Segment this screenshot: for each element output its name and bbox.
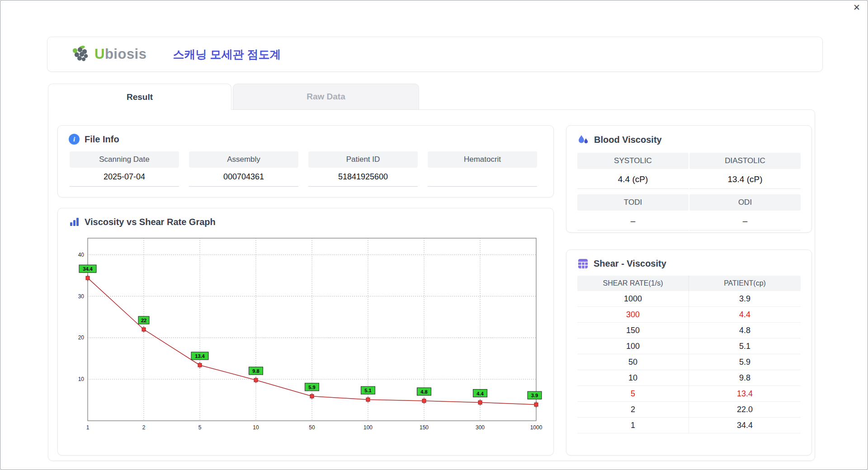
- field-label: Scanning Date: [70, 151, 179, 168]
- info-icon: i: [69, 134, 80, 145]
- shear-cell: 150: [577, 323, 689, 338]
- patient-cell: 13.4: [689, 386, 801, 401]
- bar-chart-icon: [69, 216, 80, 227]
- svg-text:9.8: 9.8: [252, 368, 259, 374]
- col-patient: PATIENT(cp): [689, 276, 801, 291]
- blood-viscosity-card: Blood Viscosity SYSTOLIC DIASTOLIC 4.4 (…: [566, 125, 812, 233]
- table-row: 2 22.0: [577, 402, 801, 418]
- field-label: Assembly: [189, 151, 298, 168]
- svg-text:3.9: 3.9: [531, 393, 538, 398]
- field-scanning-date: Scanning Date 2025-07-04: [70, 151, 179, 187]
- shear-viscosity-card: Shear - Viscosity SHEAR RATE(1/s) PATIEN…: [566, 249, 812, 456]
- patient-cell: 5.9: [689, 354, 801, 370]
- patient-cell: 5.1: [689, 338, 801, 354]
- field-patient-id: Patient ID 51841925600: [308, 151, 418, 187]
- grape-cluster-icon: [70, 45, 91, 63]
- field-hematocrit: Hematocrit: [428, 151, 537, 187]
- table-row: 50 5.9: [577, 354, 801, 370]
- svg-text:1000: 1000: [530, 424, 542, 431]
- svg-text:100: 100: [363, 424, 373, 431]
- field-value: 51841925600: [308, 168, 418, 187]
- diastolic-value: 13.4 (cP): [689, 170, 801, 189]
- blood-viscosity-title: Blood Viscosity: [594, 135, 662, 145]
- shear-cell: 1: [577, 418, 689, 433]
- svg-text:22: 22: [141, 318, 146, 323]
- svg-text:150: 150: [420, 424, 429, 431]
- field-assembly: Assembly 000704361: [189, 151, 298, 187]
- shear-cell: 1000: [577, 291, 689, 306]
- field-value: 000704361: [189, 168, 298, 187]
- shear-table-body: 1000 3.9 300 4.4 150 4.8 100 5.1 50 5.9 …: [577, 291, 801, 433]
- patient-cell: 3.9: [689, 291, 801, 306]
- odi-value: –: [689, 212, 801, 230]
- svg-text:40: 40: [78, 252, 85, 258]
- patient-cell: 9.8: [689, 370, 801, 385]
- svg-text:4.4: 4.4: [476, 391, 484, 396]
- header: Ubiosis 스캐닝 모세관 점도계: [47, 37, 823, 72]
- table-row: 10 9.8: [577, 370, 801, 386]
- svg-text:5.1: 5.1: [364, 388, 371, 393]
- field-label: Patient ID: [308, 151, 418, 168]
- col-shear-rate: SHEAR RATE(1/s): [577, 276, 689, 291]
- viscosity-graph-card: Viscosity vs Shear Rate Graph 1020304012…: [57, 208, 554, 456]
- logo-text: Ubiosis: [94, 46, 146, 62]
- systolic-value: 4.4 (cP): [577, 170, 689, 189]
- viscosity-chart: 102030401251050100150300100034.42213.49.…: [69, 231, 542, 447]
- file-info-title: File Info: [85, 134, 119, 145]
- line-chart: 102030401251050100150300100034.42213.49.…: [69, 231, 543, 445]
- shear-cell: 10: [577, 370, 689, 385]
- tab-result[interactable]: Result: [48, 84, 231, 110]
- shear-cell: 5: [577, 386, 689, 401]
- table-row: 5 13.4: [577, 386, 801, 402]
- svg-text:10: 10: [78, 376, 85, 382]
- patient-cell: 4.8: [689, 323, 801, 338]
- graph-title: Viscosity vs Shear Rate Graph: [85, 217, 216, 227]
- table-row: 100 5.1: [577, 338, 801, 354]
- shear-cell: 300: [577, 307, 689, 322]
- odi-header: ODI: [689, 194, 801, 211]
- svg-text:5.9: 5.9: [308, 385, 315, 390]
- patient-cell: 34.4: [689, 418, 801, 433]
- shear-cell: 50: [577, 354, 689, 370]
- table-row: 150 4.8: [577, 323, 801, 338]
- shear-viscosity-title: Shear - Viscosity: [594, 258, 666, 269]
- svg-text:2: 2: [142, 424, 146, 431]
- svg-text:30: 30: [78, 293, 85, 300]
- svg-text:1: 1: [86, 424, 90, 431]
- patient-cell: 4.4: [689, 307, 801, 322]
- file-info-card: i File Info Scanning Date 2025-07-04 Ass…: [57, 125, 554, 197]
- patient-cell: 22.0: [689, 402, 801, 417]
- shear-table-header: SHEAR RATE(1/s) PATIENT(cp): [577, 276, 801, 291]
- field-value: [428, 168, 537, 187]
- todi-header: TODI: [577, 194, 689, 211]
- page-title: 스캐닝 모세관 점도계: [173, 47, 281, 62]
- svg-text:300: 300: [476, 424, 485, 431]
- table-icon: [577, 258, 589, 269]
- app-window: ✕ Ubiosis 스캐닝 모세관 점도계 Result Raw Data i: [0, 0, 868, 470]
- todi-value: –: [577, 212, 689, 230]
- svg-text:34.4: 34.4: [83, 266, 93, 272]
- field-value: 2025-07-04: [70, 168, 179, 187]
- field-label: Hematocrit: [428, 151, 537, 168]
- table-row: 300 4.4: [577, 307, 801, 323]
- shear-cell: 2: [577, 402, 689, 417]
- table-row: 1 34.4: [577, 418, 801, 433]
- close-icon[interactable]: ✕: [853, 3, 860, 12]
- diastolic-header: DIASTOLIC: [689, 153, 801, 169]
- droplets-icon: [577, 134, 589, 146]
- svg-text:13.4: 13.4: [195, 353, 205, 359]
- tab-raw-data[interactable]: Raw Data: [233, 84, 419, 109]
- shear-cell: 100: [577, 338, 689, 354]
- systolic-header: SYSTOLIC: [577, 153, 689, 169]
- table-row: 1000 3.9: [577, 291, 801, 307]
- ubiosis-logo: Ubiosis: [70, 45, 146, 63]
- svg-text:50: 50: [309, 424, 315, 431]
- svg-text:4.8: 4.8: [420, 389, 427, 395]
- svg-text:10: 10: [253, 424, 259, 431]
- svg-text:20: 20: [78, 334, 85, 341]
- svg-text:5: 5: [198, 424, 202, 431]
